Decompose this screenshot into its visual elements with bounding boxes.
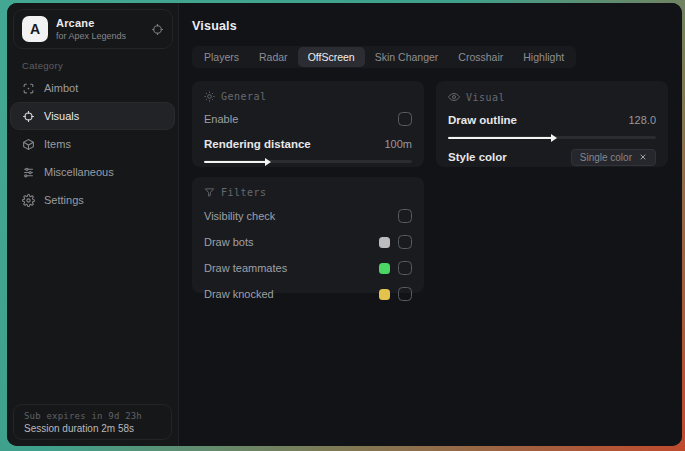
main-content: Visuals Players Radar OffScreen Skin Cha… [179,3,682,446]
tab-crosshair[interactable]: Crosshair [448,47,513,67]
app-window: A Arcane for Apex Legends Category Aimbo… [7,3,682,446]
sun-icon [204,91,215,102]
visibility-check-label: Visibility check [204,210,398,222]
draw-teammates-label: Draw teammates [204,262,379,274]
rendering-distance-label: Rendering distance [204,138,384,150]
visual-panel-header: Visual [448,91,656,103]
draw-knocked-label: Draw knocked [204,288,379,300]
app-subtitle: for Apex Legends [56,31,151,41]
sidebar-item-aimbot[interactable]: Aimbot [11,75,174,101]
visual-panel-title: Visual [466,92,505,103]
sidebar-item-label: Settings [44,194,84,206]
slider-fill [204,161,266,163]
slider-thumb-arrow[interactable] [265,158,271,166]
sidebar-item-miscellaneous[interactable]: Miscellaneous [11,159,174,185]
app-name: Arcane [56,17,151,29]
draw-bots-color-swatch[interactable] [379,237,390,248]
sidebar-nav: Aimbot Visuals Items Miscellaneous [11,75,174,213]
funnel-icon [204,187,215,198]
tab-bar: Players Radar OffScreen Skin Changer Cro… [192,46,576,68]
visual-panel: Visual Draw outline 128.0 Style color Si… [436,81,668,167]
session-duration-text: Session duration 2m 58s [24,423,161,434]
draw-knocked-checkbox[interactable] [398,287,412,301]
style-color-select[interactable]: Single color [571,149,656,166]
style-color-value: Single color [580,152,632,163]
draw-teammates-row: Draw teammates [204,260,412,276]
draw-teammates-color-swatch[interactable] [379,263,390,274]
enable-checkbox[interactable] [398,112,412,126]
gear-icon [22,194,35,207]
draw-outline-value: 128.0 [628,114,656,126]
app-header-card: A Arcane for Apex Legends [13,9,173,49]
tab-offscreen[interactable]: OffScreen [298,47,365,67]
aimbot-scan-icon [22,82,35,95]
visuals-crosshair-icon [22,110,35,123]
enable-row: Enable [204,111,412,127]
rendering-distance-slider[interactable] [204,157,412,165]
app-logo: A [22,16,48,42]
slider-thumb-arrow[interactable] [551,134,557,142]
sidebar-item-visuals[interactable]: Visuals [11,103,174,129]
sliders-icon [22,166,35,179]
crosshair-target-icon[interactable] [151,23,164,36]
page-title: Visuals [192,19,237,33]
draw-outline-row: Draw outline 128.0 [448,112,656,128]
sidebar-item-items[interactable]: Items [11,131,174,157]
tab-players[interactable]: Players [194,47,249,67]
sub-expires-text: Sub expires in 9d 23h [24,411,161,421]
subscription-info-card: Sub expires in 9d 23h Session duration 2… [13,404,172,440]
draw-knocked-color-swatch[interactable] [379,289,390,300]
sidebar-item-label: Visuals [44,110,79,122]
visibility-check-checkbox[interactable] [398,209,412,223]
slider-fill [448,137,552,139]
sidebar-item-label: Miscellaneous [44,166,114,178]
draw-outline-label: Draw outline [448,114,628,126]
general-panel: General Enable Rendering distance 100m [192,81,424,167]
visibility-check-row: Visibility check [204,208,412,224]
sidebar-item-settings[interactable]: Settings [11,187,174,213]
sidebar: A Arcane for Apex Legends Category Aimbo… [7,3,179,446]
draw-bots-label: Draw bots [204,236,379,248]
close-icon[interactable] [639,153,647,161]
draw-bots-row: Draw bots [204,234,412,250]
filters-panel-header: Filters [204,187,412,198]
sidebar-item-label: Aimbot [44,82,78,94]
category-label: Category [22,60,63,71]
tab-radar[interactable]: Radar [249,47,298,67]
filters-panel-title: Filters [221,187,267,198]
draw-bots-checkbox[interactable] [398,235,412,249]
enable-label: Enable [204,113,398,125]
style-color-row: Style color Single color [448,148,656,166]
draw-knocked-row: Draw knocked [204,286,412,302]
eye-icon [448,91,460,103]
app-meta: Arcane for Apex Legends [56,17,151,41]
tab-skin-changer[interactable]: Skin Changer [365,47,449,67]
draw-outline-slider[interactable] [448,133,656,141]
sidebar-item-label: Items [44,138,71,150]
box-icon [22,138,35,151]
style-color-label: Style color [448,151,571,163]
draw-teammates-checkbox[interactable] [398,261,412,275]
rendering-distance-value: 100m [384,138,412,150]
general-panel-title: General [221,91,267,102]
rendering-distance-row: Rendering distance 100m [204,136,412,152]
tab-highlight[interactable]: Highlight [513,47,574,67]
general-panel-header: General [204,91,412,102]
filters-panel: Filters Visibility check Draw bots Draw … [192,177,424,293]
